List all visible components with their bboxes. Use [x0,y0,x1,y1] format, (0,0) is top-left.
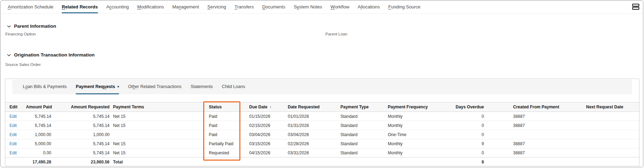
cell-payment-terms [110,130,206,139]
col-amount-paid[interactable]: Amount Paid [23,102,52,112]
cell-next-request-date [583,121,639,130]
table-row: Edit5,745.145,745.14Net 15Paid01/15/2026… [5,112,639,121]
total-cell-date-requested [285,157,338,167]
cell-payment-type: Standard [338,148,385,157]
subtab-other-related-transactions[interactable]: Other Related Transactions [128,80,181,94]
edit-link[interactable]: Edit [9,132,17,137]
section-origination-transaction-information[interactable]: Origination Transaction Information [7,52,95,58]
total-cell-payment-type [338,157,385,167]
subtab-statements[interactable]: Statements [191,80,213,94]
payment-requests-table: EditAmount PaidAmount RequestedPayment T… [5,102,639,166]
square-dot-icon [118,86,119,87]
tab-documents[interactable]: Documents [262,1,285,13]
cell-payment-frequency: Monthly [385,121,439,130]
table-row: Edit1,000.001,000.00Paid03/04/202603/04/… [5,130,639,139]
tab-modifications[interactable]: Modifications [137,1,164,13]
tab-amortization-schedule[interactable]: Amortization Schedule [8,1,53,13]
cell-amount-paid: 0.00 [23,148,52,157]
col-edit[interactable]: Edit [5,102,23,112]
col-date-requested[interactable]: Date Requested [285,102,338,112]
total-cell-payment-frequency [385,157,439,167]
cell-next-request-date [583,130,639,139]
col-status[interactable]: Status [206,102,246,112]
cell-payment-terms: Net 15 [110,121,206,130]
stacked-rows-icon[interactable] [631,3,640,11]
cell-status: Paid [206,121,246,130]
col-days-overdue[interactable]: Days Overdue [439,102,487,112]
cell-next-request-date [583,148,639,157]
edit-link[interactable]: Edit [9,114,17,119]
total-cell-payment-terms: Total [110,157,206,167]
chevron-down-icon [7,52,11,58]
total-cell-status [206,157,246,167]
tab-workflow[interactable]: Workflow [331,1,349,13]
cell-days-overdue: 0 [439,148,487,157]
col-payment-type[interactable]: Payment Type [338,102,385,112]
total-cell-edit [5,157,23,167]
subtab-child-loans[interactable]: Child Loans [222,80,245,94]
cell-days-overdue: 0 [439,121,487,130]
cell-due-date: 03/04/2026 [246,130,285,139]
edit-link[interactable]: Edit [9,123,17,128]
cell-amount-paid: 1,000.00 [23,130,52,139]
cell-amount-paid: 5,745.14 [23,121,52,130]
cell-amount-requested: 5,745.14 [52,139,110,148]
subtab-loan-bills-payments[interactable]: Loan Bills & Payments [23,80,67,94]
field-label-source-sales-order: Source Sales Order [5,62,41,67]
cell-amount-paid: 5,000.00 [23,139,52,148]
cell-created-from-payment: 38887 [487,148,583,157]
col-amount-requested[interactable]: Amount Requested [52,102,110,112]
cell-amount-requested: 5,745.14 [52,148,110,157]
cell-payment-type: Standard [338,121,385,130]
cell-date-requested: 03/31/2026 [285,148,338,157]
edit-link[interactable]: Edit [9,150,17,155]
cell-created-from-payment: 38887 [487,112,583,121]
total-cell-due-date [246,157,285,167]
total-row: 17,490.2823,980.56Total8 [5,157,639,167]
tab-allocations[interactable]: Allocations [358,1,380,13]
tab-funding-source[interactable]: Funding Source [388,1,420,13]
cell-payment-frequency: Monthly [385,139,439,148]
cell-next-request-date [583,112,639,121]
cell-payment-type: Standard [338,112,385,121]
cell-due-date: 03/15/2026 [246,139,285,148]
cell-amount-requested: 1,000.00 [52,130,110,139]
tab-system-notes[interactable]: System Notes [294,1,322,13]
cell-amount-requested: 5,745.14 [52,112,110,121]
col-next-request-date[interactable]: Next Request Date [583,102,639,112]
cell-payment-terms: Net 15 [110,139,206,148]
cell-payment-frequency: Monthly [385,148,439,157]
cell-due-date: 01/15/2026 [246,112,285,121]
table-header-row: EditAmount PaidAmount RequestedPayment T… [5,102,639,112]
col-payment-frequency[interactable]: Payment Frequency [385,102,439,112]
tab-accounting[interactable]: Accounting [106,1,129,13]
cell-created-from-payment [487,130,583,139]
table-row: Edit0.005,745.14Net 15Requested04/15/202… [5,148,639,157]
edit-link[interactable]: Edit [9,141,17,146]
tab-management[interactable]: Management [172,1,199,13]
table-row: Edit5,000.005,745.14Net 15Partially Paid… [5,139,639,148]
cell-edit: Edit [5,148,23,157]
cell-date-requested: 01/31/2026 [285,121,338,130]
cell-status: Paid [206,130,246,139]
cell-next-request-date [583,139,639,148]
col-payment-terms[interactable]: Payment Terms [110,102,206,112]
subtab-payment-requests[interactable]: Payment Requests [76,80,119,94]
cell-amount-requested: 5,745.14 [52,121,110,130]
col-created-from-payment[interactable]: Created From Payment [487,102,583,112]
cell-payment-type: Standard [338,130,385,139]
cell-edit: Edit [5,130,23,139]
cell-created-from-payment: 38887 [487,121,583,130]
cell-days-overdue: 9 [439,139,487,148]
section-parent-information[interactable]: Parent Information [7,23,56,29]
total-cell-amount-paid: 17,490.28 [23,157,52,167]
cell-date-requested: 03/04/2026 [285,130,338,139]
tab-servicing[interactable]: Servicing [207,1,226,13]
cell-amount-paid: 5,745.14 [23,112,52,121]
tab-transfers[interactable]: Transfers [234,1,254,13]
tab-related-records[interactable]: Related Records [62,1,98,13]
col-due-date[interactable]: Due Date↑ [246,102,285,112]
total-cell-next-request-date [583,157,639,167]
cell-due-date: 02/15/2026 [246,121,285,130]
related-transactions-panel: Loan Bills & PaymentsPayment RequestsOth… [5,79,639,166]
